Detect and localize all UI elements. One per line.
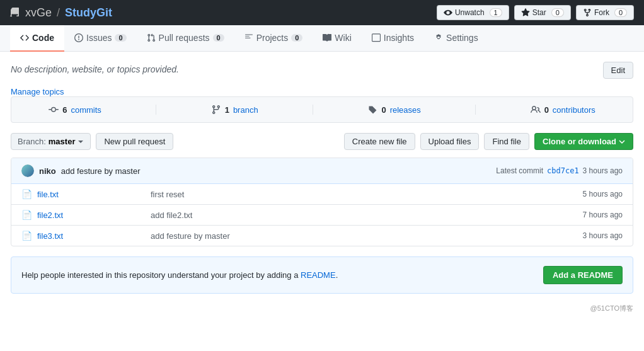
repo-icon xyxy=(10,8,20,18)
commit-hash[interactable]: cbd7ce1 xyxy=(547,166,579,175)
commits-label: commits xyxy=(71,105,101,115)
create-new-file-button[interactable]: Create new file xyxy=(344,133,415,150)
nav-tabs: Code Issues 0 Pull requests 0 Projects 0… xyxy=(0,25,644,52)
commit-username[interactable]: niko xyxy=(39,166,56,176)
tab-projects[interactable]: Projects 0 xyxy=(234,25,313,52)
file-commit-2: add festure by master xyxy=(151,231,547,241)
contributors-count: 0 xyxy=(544,105,549,115)
star-icon xyxy=(521,8,530,17)
watch-count: 1 xyxy=(490,8,502,17)
releases-icon xyxy=(367,105,377,115)
commit-header: niko add festure by master Latest commit… xyxy=(11,158,633,184)
repo-slash: / xyxy=(57,6,60,20)
releases-count: 0 xyxy=(381,105,386,115)
main-content: No description, website, or topics provi… xyxy=(1,52,643,323)
latest-commit-label: Latest commit xyxy=(496,166,543,175)
file-icon: 📄 xyxy=(21,189,32,199)
readme-banner-text: Help people interested in this repositor… xyxy=(21,270,338,280)
releases-stat[interactable]: 0 releases xyxy=(367,105,420,115)
tab-issues[interactable]: Issues 0 xyxy=(64,25,137,52)
upload-files-button[interactable]: Upload files xyxy=(420,133,480,150)
settings-icon xyxy=(434,33,443,42)
find-file-button[interactable]: Find file xyxy=(484,133,529,150)
readme-text-end: . xyxy=(336,270,338,280)
fork-icon xyxy=(583,8,592,17)
projects-badge: 0 xyxy=(291,34,302,42)
branches-count: 1 xyxy=(225,105,229,115)
table-row: 📄 file.txt first reset 5 hours ago xyxy=(11,184,633,205)
description-section: No description, website, or topics provi… xyxy=(11,62,633,79)
description-text: No description, website, or topics provi… xyxy=(11,62,179,74)
top-header: xvGe / StudyGit Unwatch 1 Star 0 Fork 0 xyxy=(0,0,644,25)
star-count: 0 xyxy=(551,8,564,17)
projects-icon xyxy=(244,33,253,42)
watch-button[interactable]: Unwatch 1 xyxy=(437,5,509,20)
add-readme-button[interactable]: Add a README xyxy=(543,266,623,284)
tab-settings[interactable]: Settings xyxy=(424,25,488,52)
readme-text-start: Help people interested in this repositor… xyxy=(21,270,301,280)
toolbar-right: Create new file Upload files Find file C… xyxy=(344,133,633,150)
new-pull-request-button[interactable]: New pull request xyxy=(96,133,173,150)
file-time-1: 7 hours ago xyxy=(547,210,623,219)
table-row: 📄 file3.txt add festure by master 3 hour… xyxy=(11,226,633,246)
edit-button[interactable]: Edit xyxy=(603,62,633,79)
branches-stat[interactable]: 1 branch xyxy=(211,105,258,115)
file-commit-0: first reset xyxy=(151,190,547,199)
tab-insights-label: Insights xyxy=(384,33,414,43)
tab-issues-label: Issues xyxy=(86,33,112,43)
pr-icon xyxy=(147,33,156,42)
file-icon: 📄 xyxy=(21,210,32,220)
commit-meta: Latest commit cbd7ce1 3 hours ago xyxy=(496,166,623,175)
fork-count: 0 xyxy=(614,8,627,17)
file-time-0: 5 hours ago xyxy=(547,190,623,199)
toolbar-left: Branch: master New pull request xyxy=(11,133,173,150)
tab-projects-label: Projects xyxy=(256,33,289,43)
file-table: niko add festure by master Latest commit… xyxy=(11,158,633,246)
branch-selector[interactable]: Branch: master xyxy=(11,133,91,150)
toolbar: Branch: master New pull request Create n… xyxy=(11,133,633,150)
insights-icon xyxy=(372,33,381,42)
star-button[interactable]: Star 0 xyxy=(514,5,571,20)
manage-topics-link[interactable]: Manage topics xyxy=(11,87,64,96)
file-time-2: 3 hours ago xyxy=(547,231,623,240)
pr-badge: 0 xyxy=(213,34,224,42)
file-commit-1: add file2.txt xyxy=(151,210,547,220)
contributors-icon xyxy=(531,105,541,115)
header-actions: Unwatch 1 Star 0 Fork 0 xyxy=(437,5,634,20)
file-name-0[interactable]: file.txt xyxy=(37,190,151,199)
branch-name-label: master xyxy=(49,137,76,146)
stats-bar: 6 commits 1 branch 0 releases 0 contribu… xyxy=(11,96,633,123)
commit-author-info: niko add festure by master xyxy=(21,164,140,177)
clone-or-download-button[interactable]: Clone or download xyxy=(534,133,633,150)
contributors-label: contributors xyxy=(553,105,595,115)
tab-code[interactable]: Code xyxy=(10,25,64,52)
readme-banner: Help people interested in this repositor… xyxy=(11,256,633,294)
tab-wiki-label: Wiki xyxy=(335,33,351,43)
file-name-1[interactable]: file2.txt xyxy=(37,210,151,220)
readme-link[interactable]: README xyxy=(301,270,336,280)
tab-wiki[interactable]: Wiki xyxy=(313,25,361,52)
clone-chevron-icon xyxy=(619,139,625,145)
file-name-2[interactable]: file3.txt xyxy=(37,231,151,241)
avatar-image xyxy=(21,164,34,177)
tab-pull-requests[interactable]: Pull requests 0 xyxy=(137,25,234,52)
repo-name[interactable]: StudyGit xyxy=(65,6,112,20)
tab-code-label: Code xyxy=(32,33,54,43)
avatar xyxy=(21,164,34,177)
contributors-stat[interactable]: 0 contributors xyxy=(531,105,595,115)
footer-note: @51CTO博客 xyxy=(11,304,633,313)
commits-stat[interactable]: 6 commits xyxy=(49,105,101,115)
repo-title: xvGe / StudyGit xyxy=(10,6,112,20)
commit-message: add festure by master xyxy=(61,166,141,176)
commits-icon xyxy=(49,105,59,115)
fork-button[interactable]: Fork 0 xyxy=(576,5,634,20)
branch-icon xyxy=(211,105,221,115)
eye-icon xyxy=(444,8,452,17)
repo-owner[interactable]: xvGe xyxy=(25,6,52,20)
tab-pr-label: Pull requests xyxy=(159,33,210,43)
releases-label: releases xyxy=(390,105,421,115)
tab-insights[interactable]: Insights xyxy=(362,25,424,52)
issues-badge: 0 xyxy=(115,34,126,42)
issues-icon xyxy=(74,33,83,42)
commits-count: 6 xyxy=(62,105,67,115)
